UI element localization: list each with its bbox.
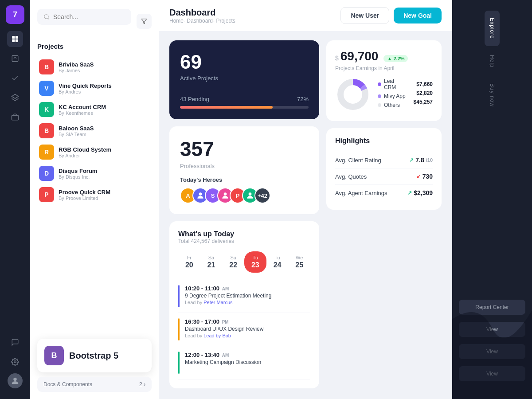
highlight-row: Avg. Agent Earnings ↗ $2,309 xyxy=(335,185,433,201)
view-button-3[interactable]: View xyxy=(459,366,525,381)
svg-rect-2 xyxy=(12,39,15,42)
legend-values: $7,660$2,820$45,257 xyxy=(414,81,433,108)
project-item[interactable]: B Baloon SaaS By SIA Team xyxy=(37,120,152,141)
highlight-row: Avg. Client Rating ↗ 7.8/10 xyxy=(335,152,433,168)
user-avatar[interactable] xyxy=(8,373,23,388)
report-center-button[interactable]: Report Center xyxy=(459,300,525,315)
docs-count: 2 › xyxy=(139,381,145,387)
event-period: AM xyxy=(222,286,229,291)
project-item[interactable]: B Briviba SaaS By James xyxy=(37,56,152,78)
day-name: Su xyxy=(224,255,243,260)
sidebar-icon-layers[interactable] xyxy=(7,90,23,106)
legend-value: $2,820 xyxy=(414,90,433,96)
sidebar-icons: 7 xyxy=(0,0,30,399)
highlight-suffix: /10 xyxy=(426,157,433,163)
event-title: Marketing Campaign Discussion xyxy=(185,359,261,365)
project-info: Briviba SaaS By James xyxy=(59,61,94,73)
active-projects-label: Active Projects xyxy=(180,75,309,82)
legend-item: Leaf CRM xyxy=(378,78,407,90)
legend-dot xyxy=(378,82,381,86)
docs-bar[interactable]: Docs & Components 2 › xyxy=(37,377,152,392)
search-bar[interactable] xyxy=(37,9,131,25)
projects-title: Projects xyxy=(37,43,152,50)
right-panel-tab-explore[interactable]: Explore xyxy=(485,11,500,46)
earnings-currency: $ xyxy=(335,55,339,62)
right-panel-tabs: Explore Help Buy now xyxy=(485,11,500,114)
progress-bar-fill xyxy=(180,106,273,109)
project-item[interactable]: R RGB Cloud System By Andrei xyxy=(37,141,152,163)
calendar-row[interactable]: Fr20Sa21Su22Tu23Tu24We25 xyxy=(178,251,310,273)
day-num: 20 xyxy=(180,261,199,269)
schedule-title: What's up Today xyxy=(178,230,234,238)
sidebar-icon-check[interactable] xyxy=(7,70,23,86)
event-person-link[interactable]: Lead by Bob xyxy=(203,333,231,338)
day-name: Tu xyxy=(246,255,265,260)
project-author: By Proove Limited xyxy=(59,196,110,201)
project-item[interactable]: V Vine Quick Reports By Andres xyxy=(37,78,152,99)
professionals-label: Professionals xyxy=(180,163,309,169)
calendar-day[interactable]: Tu24 xyxy=(266,251,289,273)
header: Dashboard Home- Dashboard- Projects New … xyxy=(159,0,452,31)
search-input[interactable] xyxy=(53,13,125,20)
page-title: Dashboard xyxy=(169,8,235,18)
earnings-amount: 69,700 xyxy=(340,49,379,63)
event-time: 12:00 - 13:40 AM xyxy=(185,352,261,358)
event-time: 16:30 - 17:00 PM xyxy=(185,318,263,325)
right-panel-tab-help[interactable]: Help xyxy=(485,48,500,75)
highlight-label: Avg. Quotes xyxy=(335,173,367,180)
project-item[interactable]: D Disqus Forum By Disqus Inc. xyxy=(37,163,152,184)
svg-point-13 xyxy=(224,192,227,196)
legend-value: $7,660 xyxy=(414,81,433,87)
event-period: AM xyxy=(222,353,229,358)
donut-section: Leaf CRMMivy AppOthers $7,660$2,820$45,2… xyxy=(335,77,433,112)
events-list: 10:20 - 11:00 AM 9 Degree Project Estima… xyxy=(178,280,310,379)
project-item[interactable]: P Proove Quick CRM By Proove Limited xyxy=(37,184,152,205)
project-name: Briviba SaaS xyxy=(59,61,94,68)
event-person-link[interactable]: Peter Marcus xyxy=(203,300,232,305)
project-author: By Keenthemes xyxy=(59,110,106,116)
legend-item: Mivy App xyxy=(378,93,407,99)
day-name: Tu xyxy=(268,255,287,260)
svg-point-9 xyxy=(44,15,48,19)
project-name: KC Account CRM xyxy=(59,104,106,110)
sidebar-icon-chart[interactable] xyxy=(7,51,23,66)
main-content: Dashboard Home- Dashboard- Projects New … xyxy=(159,0,452,399)
side-column: $ 69,700 ▲ 2.2% Projects Earnings in Apr… xyxy=(326,40,442,390)
sidebar-icon-grid[interactable] xyxy=(7,31,23,47)
header-actions: New User New Goal xyxy=(340,7,442,24)
project-name: Disqus Forum xyxy=(59,168,97,174)
project-author: By Andrei xyxy=(59,153,111,158)
calendar-day[interactable]: Tu23 xyxy=(244,251,266,273)
pending-label: 43 Pending xyxy=(180,96,209,102)
svg-point-7 xyxy=(14,361,16,363)
calendar-day[interactable]: Fr20 xyxy=(178,251,200,273)
project-logo: D xyxy=(39,166,54,181)
day-name: Fr xyxy=(180,255,199,260)
right-panel-tab-buy[interactable]: Buy now xyxy=(485,76,500,114)
schedule-card: What's up Today Total 424,567 deliveries… xyxy=(169,221,319,388)
new-goal-button[interactable]: New Goal xyxy=(394,8,442,23)
new-user-button[interactable]: New User xyxy=(340,7,389,24)
project-author: By Andres xyxy=(59,89,112,94)
event-item: 16:30 - 17:00 PM Dashboard UI/UX Design … xyxy=(178,313,310,346)
right-panel-actions: Report Center View View View xyxy=(452,293,532,392)
project-item[interactable]: K KC Account CRM By Keenthemes xyxy=(37,99,152,120)
calendar-day[interactable]: Sa21 xyxy=(200,251,223,273)
event-bar xyxy=(178,285,180,307)
project-info: Proove Quick CRM By Proove Limited xyxy=(59,189,110,201)
avatar-circle: +42 xyxy=(254,188,270,203)
active-projects-card: 69 Active Projects 43 Pending 72% xyxy=(169,40,319,119)
sidebar-icon-settings[interactable] xyxy=(7,354,23,370)
highlights-title: Highlights xyxy=(335,137,433,145)
view-button-1[interactable]: View xyxy=(459,322,525,337)
filter-button[interactable] xyxy=(137,14,152,29)
view-button-2[interactable]: View xyxy=(459,344,525,359)
project-name: Vine Quick Reports xyxy=(59,82,112,89)
breadcrumb: Home- Dashboard- Projects xyxy=(169,18,235,24)
calendar-day[interactable]: We25 xyxy=(288,251,310,273)
calendar-day[interactable]: Su22 xyxy=(222,251,244,273)
header-left: Dashboard Home- Dashboard- Projects xyxy=(169,8,235,24)
sidebar-icon-briefcase[interactable] xyxy=(7,109,23,125)
sidebar-icon-message[interactable] xyxy=(7,334,23,350)
earnings-badge: ▲ 2.2% xyxy=(383,55,408,62)
